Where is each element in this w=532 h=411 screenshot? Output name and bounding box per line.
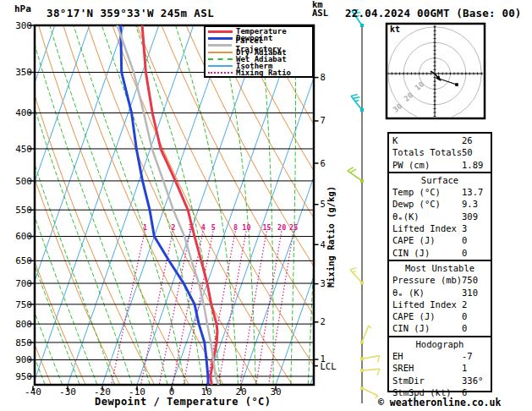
stats-row: CIN (J)0 bbox=[389, 322, 491, 334]
stats-row-value: 9.3 bbox=[462, 198, 478, 210]
km-tick-label: 4 bbox=[321, 239, 326, 249]
stats-row: EH-7 bbox=[389, 350, 491, 362]
altitude-unit-asl: ASL bbox=[312, 9, 328, 18]
mixing-ratio-axis-label: Mixing Ratio (g/kg) bbox=[326, 186, 336, 288]
datetime-title: 22.04.2024 00GMT (Base: 00) bbox=[345, 7, 522, 19]
stats-row-label: K bbox=[392, 135, 398, 145]
pressure-tick-label: 700 bbox=[15, 278, 32, 289]
stats-row-value: 0 bbox=[462, 234, 467, 246]
stats-row-label: θₑ(K) bbox=[392, 211, 420, 222]
stats-row: Temp (°C)13.7 bbox=[389, 186, 491, 198]
stats-row-label: CIN (J) bbox=[392, 248, 430, 258]
stats-row: Lifted Index3 bbox=[389, 222, 491, 234]
mixing-ratio-value-label: 2 bbox=[171, 223, 175, 232]
pressure-tick-label: 750 bbox=[15, 299, 32, 310]
stats-row-value: 0 bbox=[462, 247, 467, 259]
hodograph-unit-label: kt bbox=[390, 25, 400, 34]
stats-section: SurfaceTemp (°C)13.7Dewp (°C)9.3θₑ(K)309… bbox=[389, 172, 491, 260]
stats-row-value: 2 bbox=[462, 299, 467, 310]
wind-barb-column bbox=[348, 9, 380, 403]
stats-row-value: 1.89 bbox=[462, 159, 483, 171]
stats-row-value: 309 bbox=[462, 211, 478, 222]
pressure-tick-label: 850 bbox=[15, 337, 32, 348]
legend-line-sample bbox=[208, 52, 233, 53]
stats-row-label: CIN (J) bbox=[392, 323, 430, 333]
stats-row-label: Lifted Index bbox=[392, 299, 457, 310]
hodograph: 102030kt bbox=[387, 24, 485, 120]
legend-line-sample bbox=[208, 58, 233, 60]
legend-line-sample bbox=[208, 65, 233, 67]
stats-row-label: Totals Totals bbox=[392, 147, 462, 157]
pressure-tick-label: 400 bbox=[15, 107, 32, 118]
stats-section-title: Surface bbox=[389, 174, 491, 186]
stats-row: CIN (J)0 bbox=[389, 247, 491, 259]
profile-parcel-trajectory bbox=[118, 25, 219, 385]
legend-line-sample bbox=[208, 37, 233, 40]
stats-table: K26Totals Totals50PW (cm)1.89SurfaceTemp… bbox=[387, 132, 492, 392]
mixing-ratio-value-label: 4 bbox=[201, 223, 206, 232]
legend-line-sample bbox=[208, 30, 233, 33]
stats-row: θₑ(K)309 bbox=[389, 211, 491, 222]
stats-row-value: -7 bbox=[462, 350, 473, 362]
stats-row-label: StmSpd (kt) bbox=[392, 387, 452, 397]
isotherm-line bbox=[68, 25, 194, 385]
isotherm-line bbox=[33, 25, 159, 385]
stats-row-value: 50 bbox=[462, 146, 473, 158]
stats-row: StmSpd (kt)6 bbox=[389, 386, 491, 398]
stats-row: CAPE (J)0 bbox=[389, 310, 491, 322]
stats-row-label: θₑ (K) bbox=[392, 288, 425, 298]
station-title: 38°17'N 359°33'W 245m ASL bbox=[47, 7, 214, 19]
stats-row: CAPE (J)0 bbox=[389, 234, 491, 246]
pressure-tick-label: 650 bbox=[15, 255, 32, 266]
stats-row: Totals Totals50 bbox=[389, 146, 491, 158]
km-tick-label: 8 bbox=[321, 72, 326, 82]
stats-row-value: 750 bbox=[462, 274, 478, 286]
km-tick-label: 2 bbox=[321, 316, 326, 326]
mixing-ratio-value-label: 15 bbox=[262, 223, 271, 232]
legend-box: TemperatureDewpointParcel TrajectoryDry … bbox=[204, 25, 314, 78]
stats-row-label: EH bbox=[392, 351, 403, 361]
lcl-label: LCL bbox=[321, 361, 337, 371]
wind-barb bbox=[348, 167, 364, 183]
legend-line-sample bbox=[208, 44, 232, 47]
stats-row: StmDir336° bbox=[389, 375, 491, 386]
isotherm-line bbox=[241, 25, 367, 385]
stats-row-label: Pressure (mb) bbox=[392, 275, 462, 285]
pressure-unit-label: hPa bbox=[14, 3, 31, 14]
pressure-tick-label: 600 bbox=[15, 231, 32, 242]
stats-row-label: Lifted Index bbox=[392, 223, 457, 233]
stats-section: K26Totals Totals50PW (cm)1.89 bbox=[389, 134, 491, 172]
skewt-sounding-page: 1234581015202530035040045050055060065070… bbox=[0, 0, 532, 411]
pressure-tick-label: 950 bbox=[15, 371, 32, 382]
isotherm-line bbox=[0, 25, 90, 385]
stats-row-label: CAPE (J) bbox=[392, 235, 436, 245]
wet-adiabat-line bbox=[219, 25, 256, 384]
profile-dewpoint bbox=[121, 25, 209, 385]
wind-barb bbox=[360, 356, 380, 363]
storm-motion-point bbox=[455, 83, 458, 86]
mixing-ratio-value-label: 25 bbox=[289, 223, 298, 232]
mixing-ratio-value-label: 1 bbox=[143, 223, 147, 232]
sounding-profiles bbox=[118, 25, 219, 385]
stats-section: HodographEH-7SREH1StmDir336°StmSpd (kt)6 bbox=[389, 336, 491, 399]
mixing-ratio-line bbox=[256, 232, 282, 384]
pressure-tick-label: 300 bbox=[15, 20, 32, 31]
km-tick-label: 7 bbox=[321, 115, 326, 125]
stats-row-value: 6 bbox=[462, 386, 467, 398]
mixing-ratio-value-label: 8 bbox=[233, 223, 238, 232]
stats-row-label: SREH bbox=[392, 363, 414, 373]
wind-barb bbox=[360, 386, 378, 398]
stats-row: Pressure (mb)750 bbox=[389, 274, 491, 286]
legend-item-label: Mixing Ratio bbox=[236, 68, 291, 77]
temp-tick-label: -40 bbox=[25, 386, 41, 397]
km-tick-label: 5 bbox=[321, 199, 326, 209]
stats-row-value: 310 bbox=[462, 287, 478, 299]
km-tick-label: 6 bbox=[321, 158, 326, 168]
profile-temperature bbox=[142, 25, 217, 385]
mixing-ratio-line bbox=[219, 232, 247, 384]
temp-tick-label: -30 bbox=[59, 386, 76, 397]
stats-row: θₑ (K)310 bbox=[389, 287, 491, 299]
stats-row-value: 0 bbox=[462, 322, 467, 334]
temp-tick-label: 30 bbox=[270, 386, 281, 397]
x-axis-label: Dewpoint / Temperature (°C) bbox=[95, 396, 271, 408]
